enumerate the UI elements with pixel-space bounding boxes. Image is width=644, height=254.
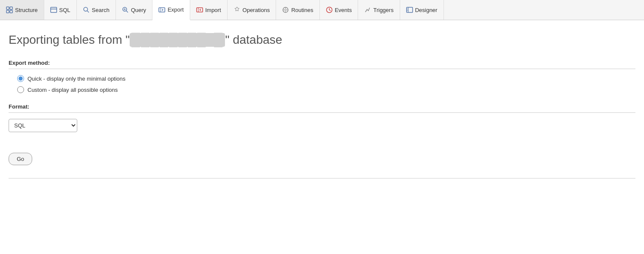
tab-triggers[interactable]: Triggers xyxy=(358,0,400,20)
svg-rect-2 xyxy=(6,10,9,13)
main-content: Exporting tables from "████████_█" datab… xyxy=(0,20,644,187)
tab-events[interactable]: Events xyxy=(320,0,358,20)
custom-radio[interactable] xyxy=(17,86,24,93)
tab-routines-label: Routines xyxy=(291,7,313,13)
tab-import-label: Import xyxy=(205,7,221,13)
tab-bar: Structure SQL Search Query xyxy=(0,0,644,20)
tab-sql-label: SQL xyxy=(59,7,70,13)
svg-line-9 xyxy=(126,11,128,12)
custom-option[interactable]: Custom - display all possible options xyxy=(17,86,635,93)
designer-icon xyxy=(406,6,413,13)
tab-export[interactable]: Export xyxy=(152,0,190,20)
export-method-header: Export method: xyxy=(9,60,635,69)
svg-point-21 xyxy=(285,9,286,11)
db-name: ████████_█ xyxy=(130,33,225,47)
title-suffix: " database xyxy=(225,33,282,46)
quick-label: Quick - display only the minimal options xyxy=(27,76,125,82)
structure-icon xyxy=(6,6,13,13)
svg-rect-12 xyxy=(159,8,165,12)
format-select[interactable]: SQL CSV CSV for MS Excel JSON XML PDF La… xyxy=(9,119,77,132)
custom-label: Custom - display all possible options xyxy=(27,87,118,93)
bottom-divider xyxy=(9,178,635,178)
tab-operations-label: Operations xyxy=(243,7,270,13)
operations-icon xyxy=(234,6,240,13)
svg-rect-4 xyxy=(51,7,57,12)
tab-structure[interactable]: Structure xyxy=(0,0,44,20)
tab-search[interactable]: Search xyxy=(77,0,116,20)
export-method-section: Export method: Quick - display only the … xyxy=(9,60,635,93)
svg-line-7 xyxy=(87,11,89,12)
svg-rect-1 xyxy=(10,7,12,9)
quick-option[interactable]: Quick - display only the minimal options xyxy=(17,75,635,82)
svg-rect-0 xyxy=(6,7,9,9)
svg-rect-29 xyxy=(407,7,413,12)
sql-icon xyxy=(50,6,57,13)
import-icon xyxy=(196,6,203,13)
svg-point-6 xyxy=(84,7,88,11)
go-button[interactable]: Go xyxy=(9,153,32,165)
events-icon xyxy=(326,6,333,13)
svg-line-15 xyxy=(162,10,163,11)
svg-line-19 xyxy=(200,10,201,11)
triggers-icon xyxy=(364,6,371,13)
export-icon xyxy=(158,6,165,13)
tab-designer[interactable]: Designer xyxy=(400,0,444,20)
svg-line-28 xyxy=(329,10,331,11)
tab-search-label: Search xyxy=(92,7,109,13)
tab-query[interactable]: Query xyxy=(116,0,152,20)
quick-radio[interactable] xyxy=(17,75,24,82)
tab-structure-label: Structure xyxy=(15,7,38,13)
title-prefix: Exporting tables from " xyxy=(9,33,130,46)
tab-operations[interactable]: Operations xyxy=(228,0,276,20)
tab-triggers-label: Triggers xyxy=(373,7,393,13)
tab-routines[interactable]: Routines xyxy=(276,0,319,20)
tab-events-label: Events xyxy=(335,7,352,13)
tab-designer-label: Designer xyxy=(415,7,437,13)
svg-rect-3 xyxy=(10,10,12,13)
routines-icon xyxy=(282,6,289,13)
export-method-radio-group: Quick - display only the minimal options… xyxy=(9,75,635,93)
tab-sql[interactable]: SQL xyxy=(44,0,77,20)
query-icon xyxy=(122,6,129,13)
format-section: Format: SQL CSV CSV for MS Excel JSON XM… xyxy=(9,103,635,132)
tab-query-label: Query xyxy=(131,7,146,13)
format-header: Format: xyxy=(9,103,635,113)
tab-export-label: Export xyxy=(167,6,184,13)
search-icon xyxy=(83,6,90,13)
tab-import[interactable]: Import xyxy=(190,0,228,20)
page-title: Exporting tables from "████████_█" datab… xyxy=(9,33,635,47)
